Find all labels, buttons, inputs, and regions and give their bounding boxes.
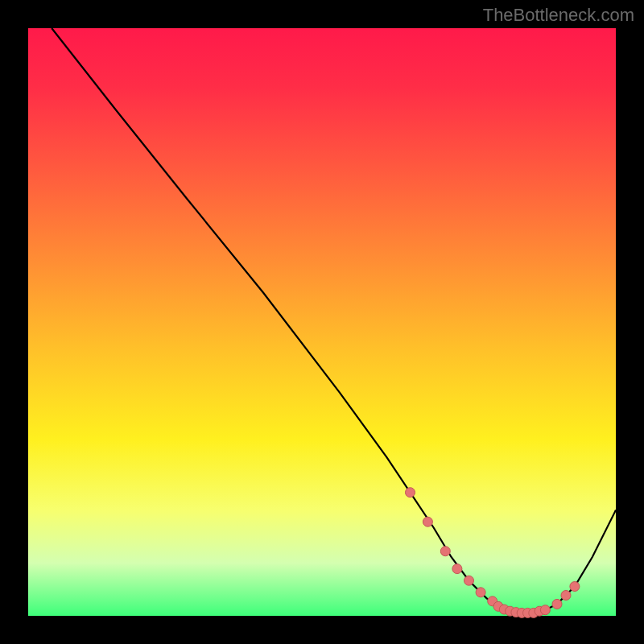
- plot-area: [28, 28, 616, 616]
- trough-marker: [406, 488, 415, 497]
- bottleneck-curve: [52, 28, 616, 613]
- watermark-text: TheBottleneck.com: [483, 5, 634, 26]
- trough-marker: [464, 576, 474, 585]
- chart-frame: TheBottleneck.com: [0, 0, 644, 644]
- trough-marker: [476, 588, 485, 597]
- trough-marker: [452, 564, 462, 574]
- trough-marker: [561, 591, 571, 601]
- trough-marker: [423, 517, 432, 526]
- trough-marker: [540, 605, 550, 615]
- trough-marker: [440, 547, 450, 556]
- trough-marker: [552, 599, 562, 609]
- trough-marker-group: [406, 488, 580, 618]
- curve-svg: [28, 28, 616, 616]
- trough-marker: [570, 582, 580, 592]
